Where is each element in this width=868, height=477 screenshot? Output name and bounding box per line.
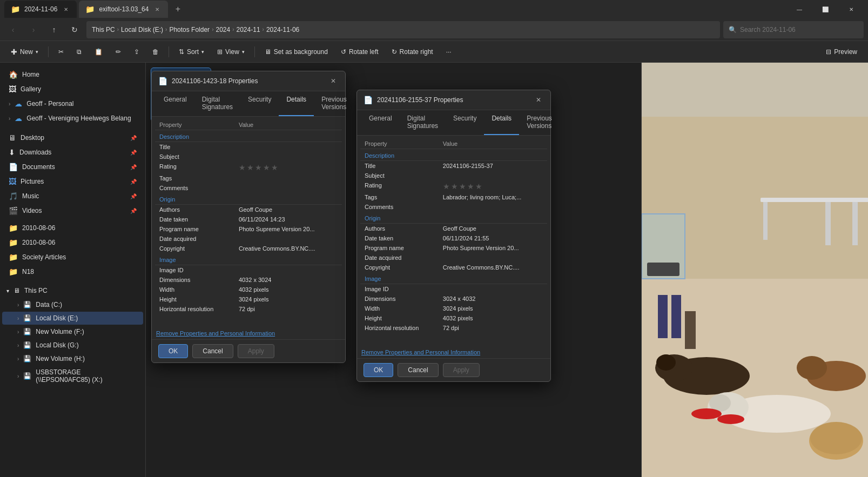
sidebar-item-society[interactable]: 📁 Society Articles (2, 250, 143, 264)
breadcrumb-photos[interactable]: Photos Folder (169, 26, 210, 33)
delete-button[interactable]: 🗑 (147, 44, 164, 60)
breadcrumb-2024-11-06[interactable]: 2024-11-06 (266, 26, 299, 33)
prop2-comments-val[interactable] (439, 202, 547, 212)
sidebar-item-videos[interactable]: 🎬 Videos 📌 (2, 204, 143, 218)
remove-properties-link-2[interactable]: Remove Properties and Personal Informati… (361, 349, 480, 355)
breadcrumb[interactable]: This PC › Local Disk (E:) › Photos Folde… (86, 21, 720, 38)
sidebar-item-geoff-vhb[interactable]: › ☁ Geoff - Vereniging Heelwegs Belang (2, 111, 143, 125)
prop-rating-val[interactable]: ★ ★ ★ ★ ★ (234, 162, 342, 173)
sidebar-drive-e[interactable]: › 💾 Local Disk (E:) (2, 312, 143, 325)
rating-stars-2[interactable]: ★ ★ ★ ★ ★ (443, 182, 543, 191)
dialog-1-apply-button[interactable]: Apply (238, 344, 274, 358)
prop2-title-val[interactable]: 20241106-2155-37 (439, 161, 547, 171)
setbg-button[interactable]: 🖥 Set as background (259, 44, 333, 60)
sidebar-item-pictures[interactable]: 🖼 Pictures 📌 (2, 174, 143, 189)
prop2-tags-val[interactable]: Labrador; living room; Luca;... (439, 192, 547, 202)
sidebar-item-downloads[interactable]: ⬇ Downloads 📌 (2, 145, 143, 159)
sidebar-item-desktop[interactable]: 🖥 Desktop 📌 (2, 131, 143, 145)
sidebar-item-gallery[interactable]: 🖼 Gallery (2, 82, 143, 96)
prop-height-val[interactable]: 3024 pixels (234, 294, 342, 304)
rotright-button[interactable]: ↻ Rotate right (386, 44, 439, 60)
sidebar-drive-f[interactable]: › 💾 New Volume (F:) (2, 325, 143, 338)
prop-title-val[interactable] (234, 142, 342, 152)
search-input[interactable] (740, 26, 858, 33)
prop2-authors-val[interactable]: Geoff Coupe (439, 224, 547, 234)
star2-3[interactable]: ★ (459, 182, 466, 191)
star-2[interactable]: ★ (247, 163, 254, 172)
prop2-hres-val[interactable]: 72 dpi (439, 323, 547, 333)
tab-close-1[interactable]: ✕ (153, 5, 162, 14)
prop2-program-val[interactable]: Photo Supreme Version 20... (439, 243, 547, 253)
prop2-dateacquired-val[interactable] (439, 253, 547, 263)
refresh-button[interactable]: ↻ (66, 21, 83, 38)
prop-authors-val[interactable]: Geoff Coupe (234, 205, 342, 215)
dialog-2-cancel-button[interactable]: Cancel (398, 363, 438, 377)
prop-datetaken-val[interactable]: 06/11/2024 14:23 (234, 214, 342, 224)
dialog-1-tab-general[interactable]: General (156, 91, 194, 116)
forward-button[interactable]: › (25, 21, 42, 38)
prop-width-val[interactable]: 4032 pixels (234, 285, 342, 294)
prop-dateacquired-val[interactable] (234, 234, 342, 244)
sidebar-thispc[interactable]: ▾ 🖥 This PC (0, 284, 145, 298)
sidebar-item-2010-1[interactable]: 📁 2010-08-06 (2, 221, 143, 235)
prop2-copyright-val[interactable]: Creative Commons.BY.NC.... (439, 263, 547, 272)
sidebar-drive-h[interactable]: › 💾 New Volume (H:) (2, 352, 143, 365)
prop2-dims-val[interactable]: 3024 x 4032 (439, 294, 547, 304)
sidebar-item-home[interactable]: 🏠 Home (2, 68, 143, 82)
star2-5[interactable]: ★ (475, 182, 482, 191)
prop2-datetaken-val[interactable]: 06/11/2024 21:55 (439, 233, 547, 243)
breadcrumb-2024[interactable]: 2024 (216, 26, 230, 33)
rotleft-button[interactable]: ↺ Rotate left (335, 44, 384, 60)
sort-button[interactable]: ⇅ Sort ▾ (173, 44, 210, 60)
sidebar-drive-c[interactable]: › 💾 Data (C:) (2, 298, 143, 311)
dialog-1-tab-prevver[interactable]: Previous Versions (314, 91, 354, 116)
tab-close-0[interactable]: ✕ (62, 5, 70, 14)
prop-dims-val[interactable]: 4032 x 3024 (234, 275, 342, 285)
sidebar-item-2010-2[interactable]: 📁 2010-08-06 (2, 236, 143, 250)
prop2-imageid-val[interactable] (439, 284, 547, 294)
rename-button[interactable]: ✏ (110, 44, 126, 60)
more-button[interactable]: ··· (441, 44, 457, 60)
preview-button[interactable]: ⊟ Preview (820, 46, 863, 58)
new-tab-button[interactable]: + (170, 2, 185, 17)
prop-imageid-val[interactable] (234, 265, 342, 276)
prop-comments-val[interactable] (234, 183, 342, 193)
sidebar-item-music[interactable]: 🎵 Music 📌 (2, 189, 143, 203)
dialog-1-tab-details[interactable]: Details (279, 91, 314, 116)
dialog-1-cancel-button[interactable]: Cancel (192, 344, 233, 358)
sidebar-item-n18[interactable]: 📁 N18 (2, 265, 143, 279)
star2-4[interactable]: ★ (467, 182, 474, 191)
sidebar-drive-g[interactable]: › 💾 Local Disk (G:) (2, 339, 143, 352)
star-5[interactable]: ★ (271, 163, 278, 172)
prop-copyright-val[interactable]: Creative Commons.BY.NC.... (234, 244, 342, 253)
star-3[interactable]: ★ (255, 163, 262, 172)
prop-hres-val[interactable]: 72 dpi (234, 304, 342, 314)
breadcrumb-localdisk[interactable]: Local Disk (E:) (121, 26, 163, 33)
rating-stars[interactable]: ★ ★ ★ ★ ★ (239, 163, 338, 172)
dialog-2-tab-prevver[interactable]: Previous Versions (519, 110, 560, 135)
maximize-button[interactable]: ⬜ (813, 1, 838, 18)
dialog-2-ok-button[interactable]: OK (364, 363, 393, 377)
minimize-button[interactable]: — (787, 1, 812, 18)
up-button[interactable]: ↑ (45, 21, 63, 38)
dialog-2-tab-details[interactable]: Details (484, 110, 519, 135)
breadcrumb-2024-11[interactable]: 2024-11 (237, 26, 260, 33)
prop2-width-val[interactable]: 3024 pixels (439, 304, 547, 313)
search-box[interactable]: 🔍 (723, 21, 864, 38)
remove-properties-link-1[interactable]: Remove Properties and Personal Informati… (156, 330, 275, 337)
prop2-rating-val[interactable]: ★ ★ ★ ★ ★ (439, 180, 547, 192)
star-1[interactable]: ★ (239, 163, 246, 172)
new-button[interactable]: ✚ New ▾ (5, 44, 44, 60)
file-area[interactable]: 20241106-1423-18 (146, 63, 641, 477)
prop2-subject-val[interactable] (439, 171, 547, 180)
close-button[interactable]: ✕ (839, 1, 864, 18)
sidebar-item-documents[interactable]: 📄 Documents 📌 (2, 160, 143, 174)
prop2-height-val[interactable]: 4032 pixels (439, 313, 547, 323)
dialog-2-apply-button[interactable]: Apply (443, 363, 480, 377)
dialog-1-close[interactable]: ✕ (328, 76, 339, 86)
tab-2024-11-06[interactable]: 📁 2024-11-06 ✕ (4, 1, 77, 18)
sidebar-drive-x[interactable]: › 💾 USBSTORAGE (\\EPSON0AFC85) (X:) (2, 366, 143, 386)
sidebar-item-geoff-personal[interactable]: › ☁ Geoff - Personal (2, 97, 143, 111)
dialog-2-tab-security[interactable]: Security (446, 110, 484, 135)
prop-subject-val[interactable] (234, 152, 342, 162)
